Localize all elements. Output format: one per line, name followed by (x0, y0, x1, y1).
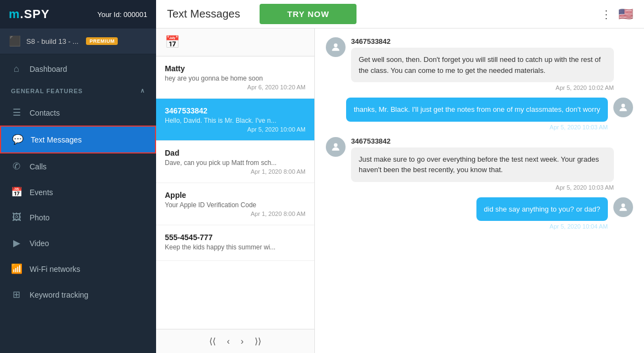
photo-label: Photo (30, 213, 50, 222)
user-id: Your Id: 000001 (97, 10, 147, 19)
calls-label: Calls (30, 162, 47, 171)
android-icon: ⬛ (9, 35, 21, 47)
home-icon: ⌂ (11, 64, 22, 75)
first-page-button[interactable]: ⟨⟨ (206, 335, 219, 348)
app-logo: m.SPY (9, 7, 50, 21)
more-options-icon[interactable]: ⋮ (601, 8, 612, 21)
contact-name: Apple (165, 191, 306, 200)
message-preview: hey are you gonna be home soon (165, 75, 306, 82)
avatar (326, 137, 346, 157)
device-name: S8 - build 13 - ... (26, 37, 78, 45)
bubble-time: Apr 5, 2020 10:02 AM (351, 84, 614, 91)
message-time: Apr 6, 2020 10:20 AM (165, 84, 306, 90)
device-bar[interactable]: ⬛ S8 - build 13 - ... PREMIUM (0, 29, 156, 54)
sidebar-item-dashboard[interactable]: ⌂ Dashboard (0, 56, 156, 82)
messages-icon: 💬 (12, 134, 23, 145)
bubble-sender: 3467533842 (351, 137, 614, 145)
wifi-icon: 📶 (11, 263, 22, 275)
next-page-button[interactable]: › (238, 335, 247, 348)
contact-name: Dad (165, 149, 306, 157)
message-preview: Keep the kids happy this summer wi... (165, 243, 306, 251)
pagination-bar: ⟨⟨ ‹ › ⟩⟩ (156, 329, 314, 353)
wifi-label: Wi-Fi networks (30, 265, 81, 274)
dashboard-label: Dashboard (30, 65, 67, 73)
chat-message-4: did she say anything to you? or dad? Apr… (326, 197, 633, 230)
bubble-text: did she say anything to you? or dad? (476, 197, 608, 221)
bubble-content-3: 3467533842 Just make sure to go over eve… (351, 137, 614, 191)
bubble-time: Apr 5, 2020 10:04 AM (476, 223, 608, 230)
language-flag-icon[interactable]: 🇺🇸 (618, 7, 633, 21)
svg-point-0 (334, 43, 338, 47)
topbar-right: ⋮ 🇺🇸 (601, 7, 633, 21)
calendar-bar[interactable]: 📅 (156, 29, 314, 56)
chat-message-1: 3467533842 Get well soon, then. Don't fo… (326, 37, 633, 91)
message-time: Apr 1, 2020 8:00 AM (165, 210, 306, 217)
sidebar-item-text-messages[interactable]: 💬 Text Messages (0, 126, 156, 153)
last-page-button[interactable]: ⟩⟩ (251, 335, 264, 348)
message-preview: Dave, can you pick up Matt from sch... (165, 159, 306, 167)
premium-badge: PREMIUM (86, 37, 118, 45)
page-title: Text Messages (167, 8, 240, 20)
try-now-button[interactable]: TRY NOW (260, 4, 357, 24)
events-label: Events (30, 188, 53, 197)
message-list: 📅 Matty hey are you gonna be home soon A… (156, 29, 315, 353)
chat-message-3: 3467533842 Just make sure to go over eve… (326, 137, 633, 191)
calls-icon: ✆ (11, 161, 22, 172)
sidebar-item-video[interactable]: ▶ Video (0, 230, 156, 256)
svg-point-2 (334, 143, 338, 147)
nav-section: ⌂ Dashboard GENERAL FEATURES ∧ ☰ Contact… (0, 54, 156, 353)
chat-area: 3467533842 Get well soon, then. Don't fo… (315, 29, 644, 353)
conversation-list: Matty hey are you gonna be home soon Apr… (156, 56, 314, 329)
contact-name: 555-4545-777 (165, 233, 306, 242)
bubble-text: Just make sure to go over everything bef… (351, 147, 614, 182)
sidebar-item-wifi[interactable]: 📶 Wi-Fi networks (0, 256, 156, 282)
contact-name: Matty (165, 64, 306, 73)
bubble-content-1: 3467533842 Get well soon, then. Don't fo… (351, 37, 614, 91)
topbar: Text Messages TRY NOW ⋮ 🇺🇸 (156, 0, 644, 29)
message-time: Apr 1, 2020 8:00 AM (165, 168, 306, 175)
general-features-header: GENERAL FEATURES ∧ (0, 82, 156, 100)
sidebar: m.SPY Your Id: 000001 ⬛ S8 - build 13 - … (0, 0, 156, 353)
sidebar-item-contacts[interactable]: ☰ Contacts (0, 100, 156, 126)
prev-page-button[interactable]: ‹ (223, 335, 233, 348)
contacts-icon: ☰ (11, 107, 22, 118)
main-panel: Text Messages TRY NOW ⋮ 🇺🇸 📅 Matty hey a… (156, 0, 644, 353)
message-time: Apr 5, 2020 10:00 AM (165, 126, 306, 133)
message-preview: Hello, David. This is Mr. Black. I've n.… (165, 117, 306, 124)
conversation-item-dad[interactable]: Dad Dave, can you pick up Matt from sch.… (156, 141, 314, 183)
sidebar-item-photo[interactable]: 🖼 Photo (0, 205, 156, 230)
sidebar-item-events[interactable]: 📅 Events (0, 179, 156, 205)
bubble-content-2: thanks, Mr. Black. I'll just get the not… (346, 98, 608, 130)
svg-point-1 (622, 104, 625, 107)
bubble-content-4: did she say anything to you? or dad? Apr… (476, 197, 608, 230)
conversation-item-apple[interactable]: Apple Your Apple ID Verification Code Ap… (156, 183, 314, 225)
video-label: Video (30, 239, 49, 248)
contacts-label: Contacts (30, 109, 60, 117)
conversation-item-matty[interactable]: Matty hey are you gonna be home soon Apr… (156, 56, 314, 99)
events-icon: 📅 (11, 186, 22, 198)
bubble-time: Apr 5, 2020 10:03 AM (351, 184, 614, 191)
bubble-text: Get well soon, then. Don't forget you wi… (351, 48, 614, 82)
keyword-icon: ⊞ (11, 289, 22, 300)
photo-icon: 🖼 (11, 212, 22, 223)
avatar (613, 197, 633, 217)
chat-message-2: thanks, Mr. Black. I'll just get the not… (326, 98, 633, 130)
sidebar-item-keyword[interactable]: ⊞ Keyword tracking (0, 282, 156, 308)
keyword-label: Keyword tracking (30, 291, 88, 299)
contact-name: 3467533842 (165, 106, 306, 115)
bubble-text: thanks, Mr. Black. I'll just get the not… (346, 98, 608, 122)
conversation-item-3467533842[interactable]: 3467533842 Hello, David. This is Mr. Bla… (156, 99, 314, 141)
message-preview: Your Apple ID Verification Code (165, 201, 306, 209)
video-icon: ▶ (11, 237, 22, 249)
avatar (326, 37, 346, 57)
sidebar-item-calls[interactable]: ✆ Calls (0, 153, 156, 179)
avatar (613, 98, 633, 117)
svg-point-3 (622, 203, 625, 207)
calendar-icon: 📅 (165, 35, 180, 49)
conversation-item-555[interactable]: 555-4545-777 Keep the kids happy this su… (156, 225, 314, 261)
content-area: 📅 Matty hey are you gonna be home soon A… (156, 29, 644, 353)
text-messages-label: Text Messages (31, 135, 82, 144)
sidebar-header: m.SPY Your Id: 000001 (0, 0, 156, 29)
bubble-sender: 3467533842 (351, 37, 614, 45)
bubble-time: Apr 5, 2020 10:03 AM (346, 124, 608, 130)
